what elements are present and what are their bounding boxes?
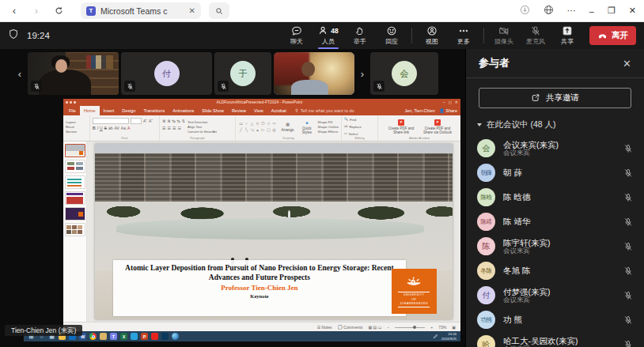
- ppt-share-button[interactable]: 👤 Share: [439, 108, 457, 113]
- participant-info: 冬旭 陈: [503, 266, 616, 275]
- mic-button[interactable]: 麦克风: [520, 22, 551, 49]
- taskbar-icon-chrome[interactable]: [89, 333, 97, 340]
- browser-controls: ⋯ – ❐ ✕: [520, 4, 636, 18]
- ppt-window-controls[interactable]: –◻✕: [443, 99, 458, 106]
- tab-close-icon[interactable]: ✕: [189, 6, 195, 15]
- taskbar-icon-acrobat[interactable]: [151, 333, 158, 340]
- participant-row[interactable]: 陈陈宇轩(来宾)会议来宾: [466, 234, 644, 258]
- taskbar-icon-photos[interactable]: [131, 333, 138, 340]
- browser-titlebar: ‹ › T Microsoft Teams c ✕ ⋯ – ❐ ✕: [0, 0, 644, 22]
- mic-off-icon: [623, 315, 633, 325]
- restore-icon[interactable]: ❐: [608, 6, 616, 16]
- ppt-tab-animations[interactable]: Animations: [169, 106, 198, 115]
- browser-tab[interactable]: T Microsoft Teams c ✕: [81, 2, 201, 19]
- fit-slide-icon[interactable]: ▣: [452, 325, 456, 330]
- participant-row[interactable]: 陈晗陈 晗德: [466, 185, 644, 209]
- comments-button[interactable]: 💬 Comments: [338, 325, 363, 330]
- ppt-tab-view[interactable]: View: [250, 106, 267, 115]
- ribbon-group-acrobat[interactable]: PCreate PDF and Share link PCreate PDF a…: [378, 115, 460, 141]
- ribbon-group-editing[interactable]: 🔍Find abReplace ▭Select Editing: [342, 115, 378, 141]
- participant-row[interactable]: 哈哈工大-吴园欢(来宾)会议来宾: [466, 332, 644, 347]
- taskbar-date: 2024/9/25: [441, 337, 456, 341]
- taskbar-icon-folder[interactable]: [100, 333, 107, 340]
- notes-button[interactable]: ☰ Notes: [317, 325, 332, 330]
- participant-row[interactable]: 朝薛朝 薛: [466, 160, 644, 185]
- panel-close-icon[interactable]: ✕: [623, 58, 631, 70]
- mic-off-icon: [623, 242, 633, 251]
- ppt-tab-insert[interactable]: Insert: [100, 106, 119, 115]
- quick-access-toolbar[interactable]: [66, 101, 76, 104]
- ribbon-group-font[interactable]: AˆAˇ BIUSabAVAaA Font: [90, 115, 160, 141]
- ribbon-group-paragraph[interactable]: ≣≣↹↹⇅ ☰☰☰☱ Text Direction Align Text Con…: [160, 115, 236, 141]
- slide-thumbnail-2[interactable]: [65, 160, 85, 173]
- raise-hand-button[interactable]: 举手: [344, 22, 376, 49]
- slide-thumbnail-1[interactable]: [65, 144, 85, 157]
- avatar-tile[interactable]: 付: [121, 52, 212, 95]
- active-speaker-tile[interactable]: [274, 52, 354, 95]
- ppt-tab-transitions[interactable]: Transitions: [139, 106, 169, 115]
- participant-row[interactable]: 付付梦强(来宾)会议来宾: [466, 283, 644, 307]
- zoom-out-icon[interactable]: −: [387, 325, 389, 330]
- zoom-in-icon[interactable]: +: [430, 325, 433, 330]
- strip-prev-icon[interactable]: ‹: [14, 68, 25, 80]
- slide-thumbnail-3[interactable]: [65, 175, 85, 189]
- slide-thumbnail-6[interactable]: [65, 223, 85, 236]
- taskbar-icon-powerpoint[interactable]: P: [141, 333, 148, 340]
- globe-icon[interactable]: [544, 4, 554, 18]
- taskbar-clock[interactable]: 13:24 2024/9/25: [433, 332, 456, 341]
- tell-me-box[interactable]: Tell me what you want to do: [290, 106, 358, 115]
- view-button[interactable]: 视图: [416, 22, 448, 49]
- participant-row[interactable]: 会会议来宾(来宾)会议来宾: [466, 136, 644, 160]
- slide-thumbnail-4[interactable]: [65, 191, 85, 205]
- ppt-tab-design[interactable]: Design: [118, 106, 139, 115]
- avatar-tile[interactable]: 于: [214, 52, 271, 95]
- chat-button[interactable]: 聊天: [281, 22, 313, 49]
- close-icon[interactable]: ✕: [629, 6, 636, 16]
- ppt-tab-home[interactable]: Home: [80, 106, 100, 115]
- ppt-tab-file[interactable]: File: [65, 106, 80, 115]
- participant-filmstrip: ‹ 付 于: [14, 52, 438, 95]
- ribbon-group-slides[interactable]: Layout Reset Section: [63, 115, 90, 141]
- participant-info: 陈宇轩(来宾)会议来宾: [503, 238, 616, 255]
- in-meeting-section-header[interactable]: 在此会议中 (48 人): [466, 111, 644, 132]
- camera-button[interactable]: 摄像头: [488, 22, 520, 49]
- minimize-icon[interactable]: –: [589, 6, 594, 16]
- taskbar-icon-photoshop[interactable]: [161, 333, 169, 340]
- slide-thumbnail-panel[interactable]: [63, 141, 87, 322]
- strip-next-icon[interactable]: ›: [357, 68, 368, 80]
- slide-thumbnail-5[interactable]: [65, 207, 85, 221]
- people-button[interactable]: 48 人员: [313, 22, 344, 49]
- avatar-tile[interactable]: 会: [370, 52, 438, 95]
- participant-row[interactable]: 陈靖陈 靖华: [466, 209, 644, 234]
- ppt-body: Atomic Layer Deposition from Pursuit of …: [63, 141, 460, 322]
- zoom-level[interactable]: 73%: [438, 325, 446, 330]
- view-buttons[interactable]: ▦ ▤ ▭: [368, 325, 381, 330]
- ribbon-group-drawing[interactable]: ▭○△◇⬠☆⇨ ╱╲⌥▴▷▢◎ ▦Arrange ■Quick Styles S…: [236, 115, 342, 141]
- participant-row[interactable]: 功熊功 熊: [466, 307, 644, 332]
- ppt-tab-acrobat[interactable]: Acrobat: [267, 106, 290, 115]
- video-tile-participant[interactable]: [28, 52, 119, 95]
- taskbar-icon-teams[interactable]: T: [110, 333, 117, 340]
- refresh-icon[interactable]: [52, 5, 65, 17]
- download-icon[interactable]: [520, 4, 530, 18]
- participant-row[interactable]: 冬陈冬旭 陈: [466, 258, 644, 283]
- meeting-toolbar: 19:24 聊天 48 人员 举手 回应: [0, 22, 644, 49]
- taskbar-icon-excel[interactable]: X: [120, 333, 127, 340]
- leave-button[interactable]: 离开: [589, 26, 636, 45]
- participants-panel: 参与者 ✕ 共享邀请 在此会议中 (48 人) 会会议来宾(来宾)会议来宾朝薛朝…: [465, 49, 644, 347]
- ppt-tab-review[interactable]: Review: [228, 106, 250, 115]
- back-icon[interactable]: ‹: [8, 5, 21, 17]
- react-button[interactable]: 回应: [376, 22, 407, 49]
- share-invite-button[interactable]: 共享邀请: [479, 88, 631, 108]
- participant-info: 陈 晗德: [503, 192, 616, 202]
- ppt-tab-slide-show[interactable]: Slide Show: [198, 106, 228, 115]
- share-button[interactable]: 共享: [551, 22, 583, 49]
- avatar: 付: [154, 61, 180, 86]
- forward-icon[interactable]: ›: [30, 5, 43, 17]
- taskbar-icon-edge[interactable]: [172, 333, 179, 340]
- participant-avatar: 朝薛: [477, 164, 495, 182]
- browser-more-icon[interactable]: ⋯: [567, 6, 576, 16]
- tab-search-button[interactable]: [209, 2, 229, 19]
- more-button[interactable]: 更多: [448, 22, 479, 49]
- zoom-slider[interactable]: [395, 327, 425, 328]
